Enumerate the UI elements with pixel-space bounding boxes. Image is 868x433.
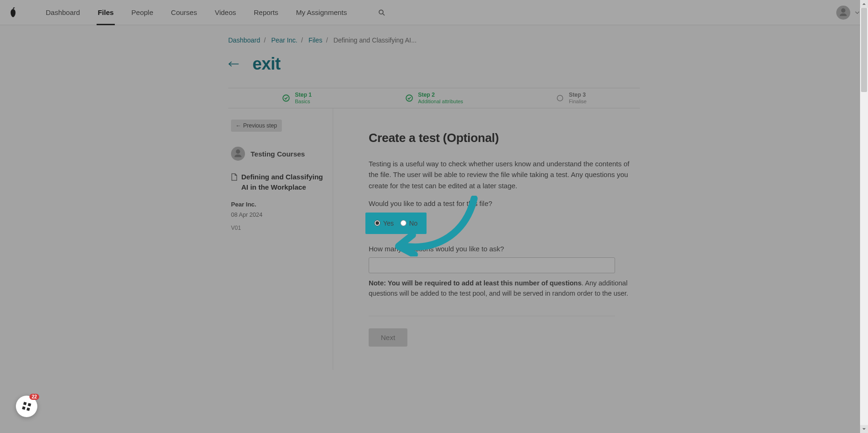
svg-point-0 (379, 10, 383, 14)
note-bold: Note: You will be required to add at lea… (369, 279, 581, 287)
author-name: Testing Courses (251, 150, 305, 158)
nav-reports[interactable]: Reports (253, 0, 280, 25)
scroll-up-button[interactable] (860, 0, 868, 8)
file-date: 08 Apr 2024 (231, 212, 328, 218)
company-label: Pear Inc. (231, 201, 328, 208)
back-arrow-icon[interactable] (228, 60, 239, 68)
file-icon (231, 173, 238, 181)
nav-videos[interactable]: Videos (214, 0, 237, 25)
sidebar: ← Previous step Testing Courses Defining… (228, 108, 333, 370)
crumb-current: Defining and Classifying AI... (333, 36, 416, 44)
scroll-thumb[interactable] (861, 8, 867, 92)
page-title: exit (252, 54, 280, 74)
svg-line-1 (383, 14, 385, 15)
svg-point-5 (557, 95, 563, 101)
step-1-title: Step 1 (295, 92, 312, 99)
check-circle-icon (282, 94, 290, 102)
radio-no-label: No (409, 220, 418, 227)
step-3[interactable]: Step 3Finalise (503, 88, 640, 108)
radio-yes[interactable]: Yes (374, 220, 394, 227)
main-panel: Create a test (Optional) Testing is a us… (333, 108, 640, 370)
crumb-files[interactable]: Files (308, 36, 322, 44)
step-1[interactable]: Step 1Basics (228, 88, 365, 108)
step-3-title: Step 3 (569, 92, 587, 99)
help-widget[interactable]: 22 (16, 396, 37, 417)
radio-no[interactable]: No (400, 220, 418, 227)
nav-courses[interactable]: Courses (170, 0, 198, 25)
file-name: Defining and Classifying AI in the Workp… (241, 172, 328, 192)
note-text: Note: You will be required to add at lea… (369, 278, 630, 299)
section-intro: Testing is a useful way to check whether… (369, 158, 630, 191)
radio-yes-label: Yes (383, 220, 394, 227)
vertical-scrollbar[interactable] (860, 0, 868, 433)
chevron-down-icon (855, 10, 860, 15)
question-add-test: Would you like to add a test for this fi… (369, 199, 635, 207)
section-heading: Create a test (Optional) (369, 131, 635, 145)
step-2-title: Step 2 (418, 92, 463, 99)
next-button[interactable]: Next (369, 328, 407, 347)
radio-no-input[interactable] (400, 220, 406, 226)
scroll-down-button[interactable] (860, 425, 868, 433)
help-widget-icon (21, 401, 32, 412)
crumb-company[interactable]: Pear Inc. (271, 36, 297, 44)
logo-icon (8, 7, 18, 18)
top-header: Dashboard Files People Courses Videos Re… (0, 0, 868, 25)
nav-files[interactable]: Files (97, 0, 114, 25)
user-menu[interactable] (836, 6, 860, 20)
search-icon[interactable] (378, 9, 385, 16)
check-circle-icon (405, 94, 413, 102)
breadcrumb: Dashboard/ Pear Inc./ Files/ Defining an… (228, 36, 640, 44)
author-avatar-icon (231, 147, 245, 161)
file-version: V01 (231, 225, 328, 231)
question-how-many: How many questions would you like to ask… (369, 245, 635, 253)
nav-dashboard[interactable]: Dashboard (45, 0, 81, 25)
add-test-radio-group: Yes No (369, 216, 423, 231)
step-3-sub: Finalise (569, 99, 587, 105)
nav-my-assignments[interactable]: My Assignments (295, 0, 348, 25)
arrow-left-small-icon: ← (236, 122, 241, 129)
step-2[interactable]: Step 2Additional attributes (365, 88, 503, 108)
previous-step-button[interactable]: ← Previous step (231, 120, 282, 132)
circle-icon (556, 94, 564, 102)
step-2-sub: Additional attributes (418, 99, 463, 105)
stepper: Step 1Basics Step 2Additional attributes… (228, 88, 640, 108)
help-widget-badge: 22 (29, 394, 39, 400)
divider (369, 316, 615, 316)
crumb-dashboard[interactable]: Dashboard (228, 36, 260, 44)
user-avatar-icon (836, 6, 850, 20)
radio-yes-input[interactable] (374, 220, 380, 226)
primary-nav: Dashboard Files People Courses Videos Re… (45, 0, 385, 25)
step-1-sub: Basics (295, 99, 312, 105)
nav-people[interactable]: People (131, 0, 154, 25)
question-count-input[interactable] (369, 257, 615, 273)
previous-step-label: Previous step (243, 122, 277, 129)
